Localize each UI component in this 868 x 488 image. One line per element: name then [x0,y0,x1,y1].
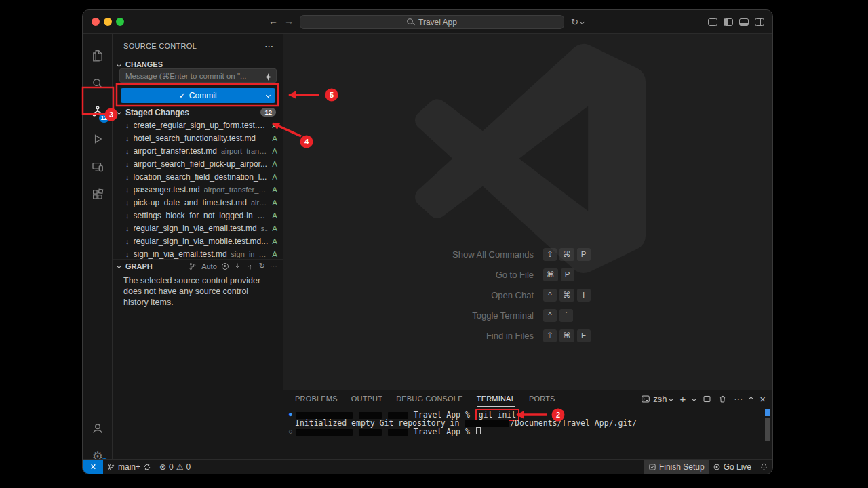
graph-more-icon[interactable]: ⋯ [270,262,277,270]
staged-file-row[interactable]: ↓ location_search_field_destination_l...… [113,170,283,183]
nav-back-icon[interactable]: ← [269,16,278,26]
refresh-icon[interactable]: ↻ [259,262,265,270]
activity-search-icon[interactable] [83,70,113,97]
staged-file-row[interactable]: ↓ regular_sign_in_via_mobile.test.md... … [113,235,283,247]
toggle-secondary-sidebar-icon[interactable] [755,18,764,26]
staged-file-row[interactable]: ↓ pick-up_date_and_time.test.md airp... … [113,196,283,209]
panel-tab-output[interactable]: OUTPUT [351,390,382,407]
panel-tab-problems[interactable]: PROBLEMS [295,390,338,407]
branch-status-item[interactable]: main+ [103,460,155,474]
target-icon[interactable] [222,263,229,270]
file-down-icon: ↓ [125,237,130,245]
finish-setup-button[interactable]: Finish Setup [644,460,709,474]
git-status-letter: A [268,237,277,245]
terminal-shell-selector[interactable]: zsh [641,394,673,404]
terminal-cursor [476,427,481,434]
staged-file-row[interactable]: ↓ passenger.test.md airport_transfer_s..… [113,183,283,196]
accounts-icon[interactable] [83,415,113,442]
staged-file-row[interactable]: ↓ hotel_search_functionality.test.md A [113,131,283,144]
terminal-output[interactable]: ● Travel App % git init Initialized empt… [289,411,762,436]
chevron-down-icon [117,62,121,66]
key-chip: P [577,248,591,261]
search-icon [407,18,414,26]
activity-extensions-icon[interactable] [83,181,113,208]
push-icon[interactable] [246,262,254,270]
new-terminal-button[interactable]: + [679,393,686,405]
terminal-text: Travel App % [409,427,475,436]
nav-forward-icon[interactable]: → [284,16,294,26]
git-status-letter: A [268,199,277,207]
toggle-panel-icon[interactable] [739,18,749,26]
remote-indicator[interactable] [83,460,103,474]
key-chip: ^ [543,289,557,302]
shortcut-row: Show All Commands ⇧⌘P [283,244,772,264]
activity-source-control-icon[interactable]: 12 [83,98,113,125]
activity-bar: 12 ⚙ 1 [83,34,113,459]
close-panel-icon[interactable]: × [760,393,766,405]
fetch-icon[interactable] [233,262,241,270]
file-name: regular_sign_in_via_email.test.md [134,224,257,233]
session-refresh-icon[interactable]: ↻ [571,10,584,34]
file-name: location_search_field_destination_l... [134,172,267,182]
panel-tab-terminal[interactable]: TERMINAL [477,390,515,407]
redacted-text [465,420,509,427]
graph-auto-label[interactable]: Auto [201,262,217,270]
key-chip: ⌘ [559,329,574,342]
commit-button[interactable]: ✓ Commit [121,88,275,103]
staged-file-row[interactable]: ↓ airport_transfer.test.md airport_trans… [113,144,283,157]
minimize-window-button[interactable] [104,18,112,26]
more-actions-icon[interactable]: ⋯ [264,41,273,52]
split-editor-icon[interactable] [708,18,717,26]
staged-changes-header[interactable]: Staged Changes 12 [113,106,283,119]
command-center-search[interactable]: Travel App [300,15,564,29]
graph-section-header[interactable]: GRAPH Auto ↻ ⋯ [113,259,283,272]
shortcut-keys: ^` [543,309,573,322]
redacted-text [388,429,408,436]
close-window-button[interactable] [92,18,100,26]
shortcut-label: Show All Commands [283,249,543,260]
go-live-button[interactable]: Go Live [709,460,755,474]
key-chip: ⌘ [543,268,558,281]
chevron-down-icon [117,264,121,268]
notifications-bell-icon[interactable] [755,460,772,474]
staged-file-row[interactable]: ↓ regular_sign_in_via_email.test.md si..… [113,222,283,235]
file-name: airport_search_field_pick-up_airpor... [134,159,267,169]
staged-file-row[interactable]: ↓ settings_block_for_not_logged-in_u... … [113,209,283,222]
terminal-picker-chevron[interactable] [692,396,696,401]
activity-remote-explorer-icon[interactable] [83,153,113,180]
key-chip: ⌘ [559,289,574,302]
activity-explorer-icon[interactable] [83,42,113,69]
branch-icon [107,463,115,471]
git-status-letter: A [268,121,277,129]
branch-icon[interactable] [189,262,197,270]
zoom-window-button[interactable] [116,18,124,26]
panel-tab-debug-console[interactable]: DEBUG CONSOLE [396,390,463,407]
error-count: 0 [169,462,174,472]
maximize-panel-icon[interactable] [749,396,753,401]
status-bar: main+ ⊗ 0 ⚠ 0 Finish Setup Go Live [83,459,772,474]
key-chip: ⇧ [543,248,557,261]
panel-tab-ports[interactable]: PORTS [529,390,555,407]
sparkle-icon[interactable] [264,71,272,83]
redacted-text [296,412,353,419]
file-down-icon: ↓ [125,121,130,129]
git-status-letter: A [268,134,277,142]
finish-setup-icon [648,463,656,471]
split-terminal-icon[interactable] [703,394,711,403]
key-chip: P [561,268,574,281]
terminal-text [382,427,387,436]
toggle-sidebar-icon[interactable] [724,18,733,26]
kill-terminal-trash-icon[interactable] [718,394,727,403]
commit-dropdown-chevron[interactable] [266,93,271,98]
shortcut-label: Find in Files [283,331,543,341]
shortcut-row: Open Chat ^⌘I [283,285,772,305]
activity-run-debug-icon[interactable] [83,125,113,152]
terminal-line: Initialized empty Git repository in /Doc… [289,419,762,427]
commit-message-input[interactable] [119,68,277,83]
redacted-text [359,412,382,419]
problems-status-item[interactable]: ⊗ 0 ⚠ 0 [155,460,195,474]
panel-more-icon[interactable]: ⋯ [734,394,743,404]
staged-file-row[interactable]: ↓ create_regular_sign_up_form.test.md A [113,119,283,131]
terminal-scrollbar[interactable] [765,418,770,441]
staged-file-row[interactable]: ↓ airport_search_field_pick-up_airpor...… [113,157,283,170]
